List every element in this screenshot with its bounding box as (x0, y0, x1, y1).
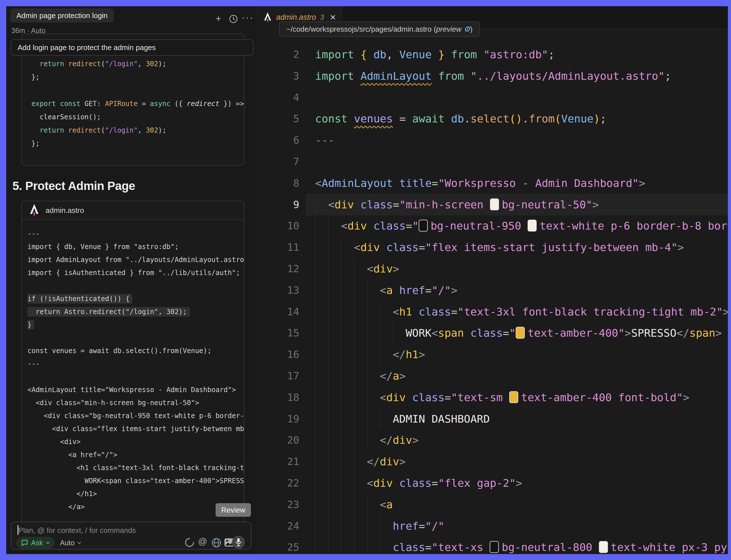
dark-color-swatch-icon (490, 541, 499, 553)
editor-line-23[interactable]: 23<a (257, 494, 728, 515)
indent-guide (341, 429, 341, 451)
editor-line-7[interactable]: 7 (257, 151, 728, 172)
chevron-down-icon (77, 541, 81, 544)
editor-line-3[interactable]: 3import AdminLayout from "../layouts/Adm… (257, 65, 728, 87)
code-line: </h1> (27, 487, 244, 500)
code-line: <h1 class="text-3xl font-black tracking-… (27, 461, 244, 474)
line-number: 6 (257, 129, 299, 151)
indent-guide (328, 451, 329, 472)
line-number: 2 (257, 44, 299, 65)
dark-color-swatch-icon (419, 220, 428, 232)
indent-guide (315, 237, 316, 258)
indent-guide (354, 429, 354, 451)
indent-guide (341, 408, 341, 430)
spinner-icon (184, 537, 195, 548)
indent-guide (328, 258, 329, 280)
indent-guide (315, 365, 316, 387)
line-number: 8 (257, 172, 299, 194)
editor-line-13[interactable]: 13<a href="/"> (257, 280, 728, 301)
indent-guide (354, 408, 354, 430)
user-prompt-message[interactable]: Add login page to protect the admin page… (11, 39, 254, 56)
editor-line-10[interactable]: 10<div class="bg-neutral-950 text-white … (257, 215, 728, 237)
indent-guide (393, 322, 393, 344)
code-card-2-body: ---import { db, Venue } from "astro:db";… (27, 227, 244, 513)
line-number: 7 (257, 151, 299, 172)
editor-line-2[interactable]: 2import { db, Venue } from "astro:db"; (257, 44, 728, 65)
editor-line-16[interactable]: 16</h1> (257, 344, 728, 365)
review-button[interactable]: Review (215, 503, 251, 517)
composer-input-area[interactable]: Plan, @ for context, / for commands Ask … (11, 522, 251, 550)
line-content: href="/" (393, 515, 445, 537)
indent-guide (328, 429, 329, 451)
indent-guide (380, 408, 381, 430)
code-card-header[interactable]: admin.astro (22, 201, 244, 220)
code-line: </a> (27, 500, 244, 513)
line-content: WORK<span class="text-amber-400">SPRESSO… (406, 322, 722, 344)
overflow-menu-icon[interactable]: ··· (241, 12, 254, 22)
code-line (31, 84, 244, 97)
code-line: if (!isAuthenticated()) { (27, 292, 244, 305)
indent-guide (341, 472, 341, 494)
code-line: <AdminLayout title="Workspresso - Admin … (27, 383, 244, 396)
editor-line-22[interactable]: 22<div class="flex gap-2"> (257, 472, 728, 494)
line-content: --- (315, 129, 335, 151)
editor-line-18[interactable]: 18<div class="text-sm text-amber-400 fon… (257, 387, 728, 408)
editor-line-21[interactable]: 21</div> (257, 451, 728, 472)
indent-guide (341, 365, 341, 387)
new-thread-plus-icon[interactable]: + (215, 14, 221, 23)
mode-selector-ask[interactable]: Ask (16, 537, 55, 549)
line-content: import AdminLayout from "../layouts/Admi… (315, 65, 671, 87)
indent-guide (315, 301, 316, 323)
tab-filename: admin.astro (276, 13, 316, 22)
line-content: <div class="bg-neutral-950 text-white p-… (341, 215, 728, 237)
microphone-icon[interactable] (232, 536, 245, 549)
app-window: clearSession(); return redirect("/login"… (6, 6, 728, 554)
code-line: } (27, 318, 244, 331)
white-color-swatch-icon (599, 541, 608, 553)
history-clock-icon[interactable] (229, 14, 238, 23)
indent-guide (367, 387, 368, 408)
indent-guide (354, 494, 354, 515)
breadcrumb-path[interactable]: ~/code/workspressojs/src/pages/admin.ast… (279, 21, 480, 37)
globe-icon[interactable] (211, 537, 222, 548)
editor-line-20[interactable]: 20</div> (257, 429, 728, 451)
tab-close-icon[interactable]: ✕ (330, 13, 336, 22)
editor-line-12[interactable]: 12<div> (257, 258, 728, 280)
editor-line-6[interactable]: 6--- (257, 129, 728, 151)
editor-line-14[interactable]: 14<h1 class="text-3xl font-black trackin… (257, 301, 728, 323)
model-selector-auto[interactable]: Auto (60, 537, 81, 549)
code-card-admin-astro: admin.astro ---import { db, Venue } from… (21, 201, 244, 529)
code-card-1-body: clearSession(); return redirect("/login"… (31, 44, 244, 150)
editor-line-11[interactable]: 11<div class="flex items-start justify-b… (257, 237, 728, 258)
chat-bubble-icon (21, 539, 28, 546)
editor-line-4[interactable]: 4 (257, 87, 728, 108)
indent-guide (315, 537, 316, 554)
editor-line-9[interactable]: 9<div class="min-h-screen bg-neutral-50"… (257, 194, 728, 215)
editor-line-15[interactable]: 15WORK<span class="text-amber-400">SPRES… (257, 322, 728, 344)
indent-guide (367, 537, 368, 554)
line-content: </a> (380, 365, 406, 387)
editor-line-25[interactable]: 25class="text-xs bg-neutral-800 text-whi… (257, 537, 728, 554)
editor-line-24[interactable]: 24href="/" (257, 515, 728, 537)
thread-title-pill[interactable]: Admin page protection login (10, 8, 114, 23)
line-content: <div class="flex gap-2"> (367, 472, 522, 494)
editor-line-5[interactable]: 5const venues = await db.select().from(V… (257, 108, 728, 129)
code-line: return redirect("/login", 302); (31, 57, 244, 71)
indent-guide (315, 322, 316, 344)
editor-line-19[interactable]: 19ADMIN DASHBOARD (257, 408, 728, 430)
code-line: return Astro.redirect("/login", 302); (27, 305, 244, 318)
line-number: 24 (257, 515, 299, 537)
line-number: 22 (257, 472, 299, 494)
editor-line-8[interactable]: 8<AdminLayout title="Workspresso - Admin… (257, 172, 728, 194)
indent-guide (341, 451, 341, 472)
indent-guide (315, 408, 316, 430)
editor-line-17[interactable]: 17</a> (257, 365, 728, 387)
code-line: <a href="/"> (27, 448, 244, 461)
line-number: 16 (257, 344, 299, 365)
code-line: }; (31, 71, 244, 84)
line-content: ADMIN DASHBOARD (393, 408, 490, 430)
mention-at-icon[interactable]: @ (198, 536, 207, 547)
composer-placeholder[interactable]: Plan, @ for context, / for commands (18, 525, 136, 535)
code-line: <div class="flex items-start justify-bet… (27, 422, 244, 435)
code-line: }; (31, 137, 244, 150)
